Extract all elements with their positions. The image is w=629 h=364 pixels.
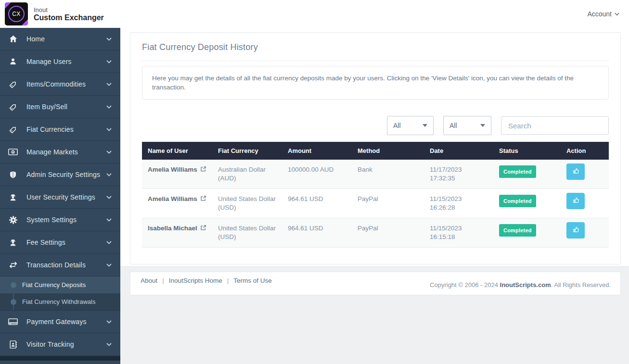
chevron-down-icon [106,340,112,349]
sidebar-item-item-buy-sell[interactable]: Item Buy/Sell [0,96,120,118]
sidebar-item-visitor-tracking[interactable]: Visitor Tracking [0,333,120,356]
copyright-prefix: Copyright © 2006 - 2024 [430,281,500,289]
tags-icon [8,80,18,89]
user-name: Amelia Williams [148,165,197,174]
status-badge: Completed [499,224,536,237]
view-details-button[interactable] [566,222,585,238]
logo-text: CX [12,11,21,17]
sidebar-item-transaction-details[interactable]: Transaction Details [0,254,120,276]
copyright-text: Copyright © 2006 - 2024 InoutScripts.com… [430,281,611,289]
chevron-down-icon [106,102,112,111]
svg-text:1: 1 [12,150,14,153]
sidebar-subitem-label: Fiat Currency Deposits [22,281,86,289]
logo-corner-accent [5,2,11,9]
status-badge: Completed [499,195,536,207]
title-divider [141,61,610,61]
sidebar-item-label: Fiat Currencies [26,126,106,133]
user-name-link[interactable]: Amelia Williams [148,165,206,175]
sidebar-subitem-fiat-currency-withdrawals[interactable]: Fiat Currency Withdrawals [0,293,120,310]
footer-link-terms-of-use[interactable]: Terms of Use [233,277,272,284]
caret-down-icon [423,124,427,127]
footer-link-inoutscripts-home[interactable]: InoutScripts Home [169,277,222,284]
column-header-date: Date [424,142,493,160]
external-link-icon [200,165,206,175]
sidebar-item-items-commodities[interactable]: Items/Commodities [0,73,120,96]
hand-icon [572,196,580,206]
footer-link-separator: | [162,277,164,284]
column-header-fiat-currency: Fiat Currency [212,142,282,160]
deposits-table: Name of UserFiat CurrencyAmountMethodDat… [142,142,609,248]
sidebar-item-payment-gateways[interactable]: Payment Gateways [0,311,120,333]
copyright-brand: InoutScripts.com [500,281,551,289]
sidebar-item-user-security-settings[interactable]: User Security Settings [0,186,120,209]
top-navbar: CX Inout Custom Exchanger Account [0,0,629,28]
sidebar-item-fee-settings[interactable]: Fee Settings [0,231,120,254]
footer-links: About|InoutScripts Home|Terms of Use [141,277,272,284]
page-title: Fiat Currency Deposit History [142,42,609,52]
sidebar-item-label: Items/Commodities [26,80,106,88]
sidebar-item-home[interactable]: Home [0,28,120,50]
account-label: Account [587,10,612,18]
table-row: Amelia Williams United States Dollar (US… [142,189,609,218]
filter-select-1[interactable]: All [387,116,434,135]
user-name-link[interactable]: Amelia Williams [148,195,206,204]
tags-icon [8,125,18,134]
sidebar-item-label: Payment Gateways [26,318,106,326]
user-secret-icon [8,238,18,247]
footer-link-about[interactable]: About [141,277,157,284]
sidebar-item-label: Visitor Tracking [26,340,106,348]
sidebar-item-admin-security-settings[interactable]: Admin Security Settings [0,163,120,186]
column-header-amount: Amount [282,142,352,160]
amount-cell: 100000.00 AUD [282,160,352,189]
hand-icon [572,226,580,235]
chevron-down-icon [106,261,112,269]
status-badge: Completed [499,165,536,178]
fiat-currency-cell: Australian Dollar (AUD) [212,160,282,189]
sidebar-item-fiat-currencies[interactable]: Fiat Currencies [0,118,120,141]
column-header-method: Method [352,142,424,160]
sidebar-item-label: Transaction Details [26,261,106,269]
chevron-down-icon [615,13,619,16]
sidebar-subitem-fiat-currency-deposits[interactable]: Fiat Currency Deposits [0,276,120,293]
logo-corner-accent [22,19,28,25]
column-header-action: Action [561,142,609,160]
sidebar-item-label: Admin Security Settings [26,171,106,178]
sidebar-item-manage-users[interactable]: Manage Users [0,50,120,73]
sidebar-item-partial [0,356,120,361]
user-name-link[interactable]: Isabella Michael [148,224,206,233]
user-name: Amelia Williams [148,195,197,203]
date-cell: 11/15/2023 16:15:18 [424,218,493,248]
filter-select-1-value: All [393,122,401,129]
sidebar-item-label: Manage Markets [26,148,106,156]
sidebar-subitem-label: Fiat Currency Withdrawals [22,298,95,305]
method-cell: PayPal [352,218,424,248]
chevron-down-icon [106,238,112,247]
column-header-name-of-user: Name of User [142,142,212,160]
sidebar-item-manage-markets[interactable]: 1 Manage Markets [0,141,120,163]
user-name: Isabella Michael [148,224,197,233]
date-cell: 11/15/2023 16:26:28 [424,189,493,218]
filter-select-2[interactable]: All [443,116,491,135]
table-filters: All All [142,116,609,135]
brand-logo[interactable]: CX Inout Custom Exchanger [5,2,104,25]
page-description: Here you may get the details of all the … [142,66,609,100]
chevron-down-icon [106,215,112,224]
tags-icon [8,102,18,112]
shield-icon [8,170,18,179]
sidebar-item-label: User Security Settings [26,193,106,201]
chevron-down-icon [106,317,112,326]
search-input[interactable] [501,116,609,135]
sidebar-submenu: Fiat Currency Deposits Fiat Currency Wit… [0,276,120,311]
view-details-button[interactable] [566,193,585,209]
account-menu[interactable]: Account [587,10,619,18]
sidebar-item-system-settings[interactable]: System Settings [0,209,120,231]
chevron-down-icon [106,57,112,66]
chevron-down-icon [106,170,112,179]
content-card: Fiat Currency Deposit History Here you m… [130,32,621,264]
sidebar-item-label: System Settings [26,216,106,224]
chevron-down-icon [106,148,112,156]
amount-cell: 964.61 USD [282,189,352,218]
view-details-button[interactable] [566,163,585,180]
chevron-down-icon [106,35,112,43]
date-cell: 11/17/2023 17:32:35 [424,160,493,189]
